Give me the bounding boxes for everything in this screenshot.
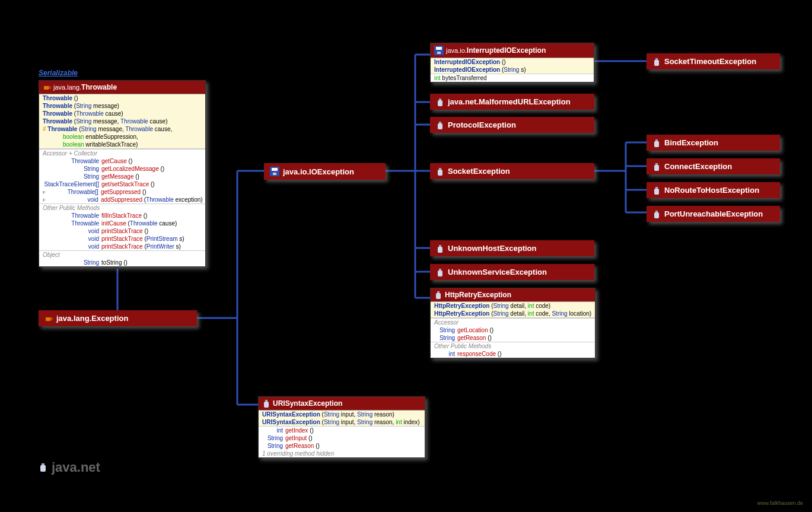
class-protocolexception[interactable]: ProtocolException bbox=[430, 117, 594, 133]
cup-icon bbox=[44, 314, 53, 323]
class-unknownhostexception[interactable]: UnknownHostException bbox=[430, 240, 594, 256]
svg-rect-34 bbox=[438, 100, 442, 106]
svg-rect-33 bbox=[439, 98, 441, 100]
bottle-icon bbox=[436, 244, 444, 253]
pkg-label: java.lang. bbox=[53, 84, 81, 91]
class-bindexception[interactable]: BindException bbox=[647, 135, 780, 151]
svg-rect-24 bbox=[50, 318, 52, 320]
svg-rect-35 bbox=[439, 122, 441, 123]
svg-rect-47 bbox=[655, 139, 658, 141]
ctor-list: Throwable () Throwable (String message) … bbox=[39, 94, 205, 148]
class-socketexception[interactable]: SocketException bbox=[430, 163, 594, 179]
svg-rect-54 bbox=[654, 212, 659, 218]
class-noroutetohostexception[interactable]: NoRouteToHostException bbox=[647, 182, 780, 198]
bottle-icon bbox=[652, 58, 661, 66]
bottle-icon bbox=[652, 186, 661, 195]
disk-icon bbox=[434, 46, 444, 55]
bottle-icon bbox=[436, 98, 444, 106]
class-name: Throwable bbox=[81, 83, 117, 91]
svg-rect-39 bbox=[439, 245, 441, 247]
bottle-icon bbox=[652, 139, 661, 147]
class-ioexception[interactable]: java.io.IOException bbox=[264, 163, 386, 180]
svg-rect-49 bbox=[655, 163, 658, 165]
class-unknownserviceexception[interactable]: UnknownServiceException bbox=[430, 264, 594, 280]
class-portunreachableexception[interactable]: PortUnreachableException bbox=[647, 206, 780, 222]
class-interruptedioexception[interactable]: java.io.InterruptedIOException Interrupt… bbox=[430, 43, 594, 82]
bottle-icon bbox=[652, 163, 661, 171]
svg-rect-44 bbox=[436, 293, 441, 299]
class-connectexception[interactable]: ConnectException bbox=[647, 158, 780, 174]
svg-rect-53 bbox=[655, 211, 658, 212]
disk-icon bbox=[270, 167, 279, 176]
svg-rect-29 bbox=[264, 402, 269, 408]
svg-rect-21 bbox=[44, 86, 49, 90]
bottle-icon bbox=[652, 210, 661, 218]
svg-rect-45 bbox=[655, 58, 658, 60]
svg-rect-51 bbox=[655, 187, 658, 189]
credit: www.falkhausen.de bbox=[757, 500, 803, 506]
diagram-title: java.net bbox=[39, 460, 100, 475]
svg-rect-50 bbox=[654, 165, 659, 171]
bottle-icon bbox=[436, 167, 444, 176]
svg-rect-38 bbox=[438, 170, 442, 176]
svg-rect-23 bbox=[46, 317, 50, 321]
svg-rect-41 bbox=[439, 269, 441, 271]
svg-rect-36 bbox=[438, 123, 442, 129]
svg-rect-37 bbox=[439, 168, 441, 170]
bottle-icon bbox=[436, 121, 444, 129]
bottle-icon bbox=[39, 463, 48, 472]
class-urisyntaxexception[interactable]: URISyntaxException URISyntaxException (S… bbox=[258, 396, 425, 458]
bottle-icon bbox=[262, 399, 270, 408]
svg-rect-40 bbox=[438, 247, 442, 253]
class-sockettimeoutexception[interactable]: SocketTimeoutException bbox=[647, 53, 780, 69]
class-malformedurlexception[interactable]: java.net.MalformedURLException bbox=[430, 94, 594, 110]
svg-rect-46 bbox=[654, 60, 659, 66]
svg-rect-42 bbox=[438, 271, 442, 276]
svg-rect-32 bbox=[437, 52, 441, 54]
svg-rect-56 bbox=[40, 465, 46, 472]
class-throwable[interactable]: java.lang.Throwable Throwable () Throwab… bbox=[39, 80, 206, 267]
svg-rect-26 bbox=[272, 168, 278, 171]
svg-rect-27 bbox=[273, 173, 276, 175]
serializable-label[interactable]: Serializable bbox=[39, 69, 78, 77]
class-exception[interactable]: java.lang.Exception bbox=[39, 310, 197, 326]
svg-rect-55 bbox=[42, 463, 44, 465]
svg-rect-22 bbox=[49, 87, 50, 88]
svg-rect-52 bbox=[654, 189, 659, 195]
svg-rect-48 bbox=[654, 141, 659, 147]
bottle-icon bbox=[436, 268, 444, 276]
class-httpretryexception[interactable]: HttpRetryException HttpRetryException (S… bbox=[430, 288, 596, 358]
svg-rect-43 bbox=[437, 291, 440, 293]
svg-rect-31 bbox=[436, 47, 442, 50]
cup-icon bbox=[43, 83, 51, 91]
bottle-icon bbox=[434, 291, 442, 299]
svg-rect-28 bbox=[265, 400, 268, 402]
